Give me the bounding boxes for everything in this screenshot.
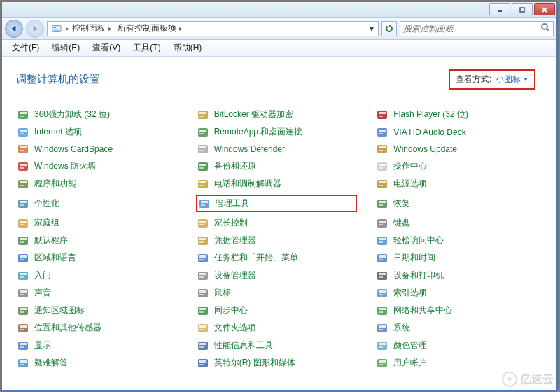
menu-tools[interactable]: 工具(T) (127, 41, 166, 55)
svg-rect-45 (379, 167, 383, 169)
cp-item-folderopt[interactable]: 文件夹选项 (196, 321, 357, 335)
cp-item-bitlocker[interactable]: BitLocker 驱动器加密 (196, 108, 357, 121)
cp-item-viahd[interactable]: VIA HD Audio Deck (375, 125, 536, 139)
cp-item-keyboard[interactable]: 键盘 (375, 216, 536, 230)
cp-item-power[interactable]: 电源选项 (375, 177, 536, 190)
cp-item-personalize[interactable]: 个性化 (16, 195, 177, 212)
maximize-button[interactable] (512, 4, 533, 15)
breadcrumb-item[interactable]: 控制面板▸ (69, 22, 115, 36)
forward-button[interactable] (26, 20, 44, 38)
search-input[interactable] (403, 24, 540, 34)
view-mode-dropdown[interactable]: 小图标 ▼ (496, 74, 528, 85)
svg-rect-105 (200, 294, 204, 295)
svg-rect-55 (18, 200, 28, 208)
breadcrumb-item[interactable]: 所有控制面板项▸ (115, 22, 186, 36)
cp-item-defender[interactable]: Windows Defender (196, 143, 357, 155)
svg-rect-122 (200, 326, 206, 328)
cp-item-admintools[interactable]: 管理工具 (196, 195, 357, 212)
cp-item-troubleshoot[interactable]: 疑难解答 (16, 356, 177, 370)
svg-rect-98 (379, 273, 386, 275)
svg-rect-134 (379, 343, 386, 345)
svg-rect-124 (377, 324, 387, 332)
cp-item-flash[interactable]: Flash Player (32 位) (375, 108, 536, 121)
address-dropdown[interactable]: ▾ (365, 24, 378, 34)
svg-rect-123 (200, 329, 204, 330)
cp-item-label: 设备和打印机 (393, 270, 444, 281)
personalize-icon (18, 198, 29, 209)
cp-item-uninstall[interactable]: 360强力卸载 (32 位) (16, 108, 177, 121)
cp-item-trayicons[interactable]: 通知区域图标 (16, 304, 177, 317)
menu-file[interactable]: 文件(F) (6, 41, 45, 55)
cp-item-network[interactable]: 网络和共享中心 (375, 304, 536, 317)
cp-item-backup[interactable]: 备份和还原 (196, 160, 357, 173)
cp-item-internet[interactable]: Internet 选项 (16, 125, 177, 139)
cp-item-parental[interactable]: 家长控制 (196, 216, 357, 230)
cp-item-firewall[interactable]: Windows 防火墙 (16, 160, 177, 173)
cp-item-defaultprog[interactable]: 默认程序 (16, 234, 177, 247)
cp-item-programs[interactable]: 程序和功能 (16, 177, 177, 190)
cp-item-datetime[interactable]: 日期和时间 (375, 251, 536, 265)
search-box[interactable] (400, 21, 554, 36)
cp-item-phone[interactable]: 电话和调制解调器 (196, 177, 357, 190)
cp-item-useraccts[interactable]: 用户帐户 (375, 356, 536, 370)
svg-rect-12 (20, 115, 24, 117)
cp-item-easeaccess[interactable]: 轻松访问中心 (375, 234, 536, 247)
svg-rect-47 (20, 181, 27, 183)
cp-item-winupdate[interactable]: Windows Update (375, 143, 536, 155)
cp-item-recovery[interactable]: 恢复 (375, 195, 536, 212)
address-bar[interactable]: ▸ 控制面板▸ 所有控制面板项▸ ▾ (47, 21, 379, 36)
svg-rect-97 (377, 272, 387, 280)
svg-rect-143 (379, 360, 386, 363)
power-icon (377, 178, 388, 190)
close-button[interactable] (534, 4, 555, 15)
cp-item-location[interactable]: 位置和其他传感器 (16, 321, 177, 335)
svg-rect-133 (377, 342, 387, 350)
cp-item-taskbar[interactable]: 任务栏和「开始」菜单 (196, 251, 357, 265)
svg-rect-109 (18, 307, 28, 315)
cp-item-indexing[interactable]: 索引选项 (375, 286, 536, 300)
cp-item-getstarted[interactable]: 入门 (16, 269, 177, 282)
cp-item-actioncenter[interactable]: 操作中心 (375, 160, 536, 173)
cp-item-devicemgr[interactable]: 设备管理器 (196, 269, 357, 282)
cp-item-region[interactable]: 区域和语言 (16, 251, 177, 265)
cp-item-perfinfo[interactable]: 性能信息和工具 (196, 339, 357, 352)
cp-item-label: 家庭组 (34, 217, 59, 229)
cp-item-synccenter[interactable]: 同步中心 (196, 304, 357, 317)
cp-item-cardspace[interactable]: Windows CardSpace (16, 143, 177, 155)
svg-rect-28 (18, 145, 28, 153)
svg-rect-129 (20, 346, 24, 348)
svg-rect-93 (20, 276, 24, 278)
svg-rect-40 (198, 162, 208, 171)
intelgfx-icon (197, 358, 209, 369)
svg-rect-121 (198, 324, 208, 332)
cp-item-mouse[interactable]: 鼠标 (196, 286, 357, 300)
cp-item-system[interactable]: 系统 (375, 321, 536, 335)
svg-rect-39 (20, 167, 24, 169)
cp-item-sound[interactable]: 声音 (16, 286, 177, 300)
svg-rect-70 (377, 219, 387, 227)
menu-help[interactable]: 帮助(H) (168, 41, 208, 55)
menu-edit[interactable]: 编辑(E) (46, 41, 85, 55)
svg-rect-15 (200, 115, 204, 117)
svg-rect-83 (20, 255, 27, 258)
svg-rect-144 (379, 364, 383, 365)
refresh-button[interactable] (382, 21, 397, 36)
programs-icon (18, 178, 29, 190)
cp-item-credentials[interactable]: 凭据管理器 (196, 234, 357, 247)
cp-item-colormgmt[interactable]: 颜色管理 (375, 339, 536, 352)
cp-item-remoteapp[interactable]: RemoteApp 和桌面连接 (196, 125, 357, 139)
cp-item-homegroup[interactable]: 家庭组 (16, 216, 177, 230)
menu-view[interactable]: 查看(V) (87, 41, 126, 55)
svg-rect-66 (20, 224, 24, 225)
cp-item-intelgfx[interactable]: 英特尔(R) 图形和媒体 (196, 356, 357, 370)
svg-rect-118 (18, 324, 28, 332)
minimize-button[interactable] (489, 4, 510, 15)
svg-rect-37 (18, 162, 28, 171)
back-button[interactable] (5, 20, 23, 38)
cp-item-devprinters[interactable]: 设备和打印机 (375, 269, 536, 282)
svg-rect-73 (18, 237, 28, 245)
svg-rect-102 (20, 294, 24, 295)
cp-item-display[interactable]: 显示 (16, 339, 177, 352)
svg-rect-140 (200, 360, 206, 363)
svg-rect-43 (377, 162, 387, 171)
